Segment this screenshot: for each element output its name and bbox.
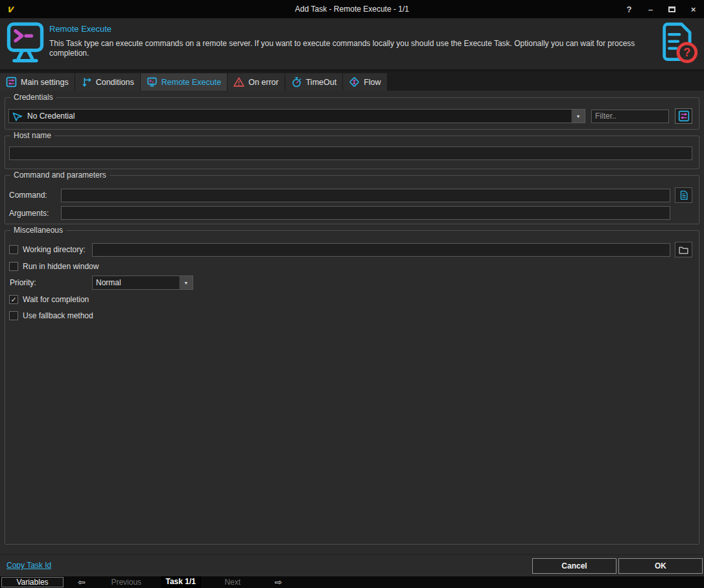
copy-task-id-link[interactable]: Copy Task Id xyxy=(6,561,51,570)
close-button[interactable]: × xyxy=(683,0,704,18)
previous-button[interactable]: Previous xyxy=(104,578,149,587)
variables-button[interactable]: Variables xyxy=(1,577,64,587)
priority-label: Priority: xyxy=(10,278,36,287)
task-header: Remote Execute This Task type can execut… xyxy=(0,18,704,71)
task-type-description: This Task type can execute commands on a… xyxy=(49,39,650,58)
browse-command-button[interactable] xyxy=(675,187,692,203)
tab-conditions[interactable]: Conditions xyxy=(75,73,141,91)
folder-icon xyxy=(678,244,689,255)
credential-pointer-icon xyxy=(12,110,23,122)
window-controls: ? – × xyxy=(618,0,704,18)
warning-triangle-icon xyxy=(233,76,244,88)
priority-dropdown-arrow[interactable]: ▼ xyxy=(179,276,193,289)
tab-label: Main settings xyxy=(21,78,69,87)
host-name-input[interactable] xyxy=(9,147,692,160)
credential-combobox[interactable]: No Credential ▼ xyxy=(8,109,585,123)
host-name-group-label: Host name xyxy=(10,131,54,140)
priority-dropdown[interactable]: Normal ▼ xyxy=(92,276,193,290)
visualcron-logo-icon: v xyxy=(7,4,14,14)
wait-for-completion-label: Wait for completion xyxy=(23,295,89,304)
dialog-footer: Copy Task Id Cancel OK xyxy=(0,554,704,576)
run-hidden-window-checkbox[interactable]: ✓ xyxy=(9,262,18,271)
command-label: Command: xyxy=(9,191,61,200)
sliders-icon xyxy=(6,76,17,88)
run-hidden-window-label: Run in hidden window xyxy=(23,262,99,271)
working-directory-input[interactable] xyxy=(92,243,670,257)
credential-selected-value: No Credential xyxy=(27,112,571,121)
priority-selected-value: Normal xyxy=(96,278,179,287)
minimize-button[interactable]: – xyxy=(640,0,661,18)
document-help-icon[interactable]: ? xyxy=(659,21,698,66)
tab-on-error[interactable]: On error xyxy=(228,73,285,91)
credentials-groupbox: Credentials No Credential ▼ xyxy=(5,97,699,130)
credential-filter-input[interactable] xyxy=(591,110,669,123)
status-bar: Variables ⇦ Previous Task 1/1 Next ⇨ xyxy=(0,576,704,588)
tab-strip: Main settings Conditions Remote Execute … xyxy=(0,71,704,91)
flow-diamond-icon xyxy=(349,76,360,88)
arguments-label: Arguments: xyxy=(9,209,61,218)
previous-arrow-icon[interactable]: ⇦ xyxy=(78,578,86,587)
remote-execute-monitor-icon xyxy=(5,22,45,67)
use-fallback-method-checkbox[interactable]: ✓ xyxy=(9,311,18,320)
wait-for-completion-checkbox[interactable]: ✓ xyxy=(9,295,18,304)
maximize-icon xyxy=(668,6,675,12)
arguments-input[interactable] xyxy=(61,206,670,220)
tab-label: TimeOut xyxy=(306,78,336,87)
tab-remote-execute[interactable]: Remote Execute xyxy=(141,73,228,91)
command-input[interactable] xyxy=(61,189,670,202)
ok-button[interactable]: OK xyxy=(618,558,703,574)
miscellaneous-group-label: Miscellaneous xyxy=(10,226,66,235)
credentials-group-label: Credentials xyxy=(10,93,56,102)
command-parameters-group-label: Command and parameters xyxy=(10,171,110,180)
miscellaneous-groupbox: Miscellaneous ✓ Working directory: ✓ Run… xyxy=(5,230,699,545)
working-directory-checkbox[interactable]: ✓ xyxy=(9,245,18,254)
tab-main-settings[interactable]: Main settings xyxy=(0,73,75,91)
cancel-button[interactable]: Cancel xyxy=(532,558,616,574)
next-arrow-icon[interactable]: ⇨ xyxy=(275,578,283,587)
script-file-icon xyxy=(679,190,689,200)
title-bar: v Add Task - Remote Execute - 1/1 ? – × xyxy=(0,0,704,18)
svg-text:?: ? xyxy=(683,46,690,59)
credential-settings-icon xyxy=(678,110,690,122)
remote-execute-panel: Credentials No Credential ▼ xyxy=(0,91,704,554)
browse-directory-button[interactable] xyxy=(675,242,692,257)
task-counter: Task 1/1 xyxy=(161,576,201,588)
credential-dropdown-arrow[interactable]: ▼ xyxy=(571,110,585,123)
task-type-title: Remote Execute xyxy=(49,24,650,34)
tab-label: Flow xyxy=(364,78,381,87)
branch-arrows-icon xyxy=(81,76,92,88)
tab-timeout[interactable]: TimeOut xyxy=(285,73,343,91)
window-title: Add Task - Remote Execute - 1/1 xyxy=(0,5,704,14)
tab-label: On error xyxy=(248,78,279,87)
monitor-terminal-icon xyxy=(147,76,158,88)
stopwatch-icon xyxy=(291,76,302,88)
tab-flow[interactable]: Flow xyxy=(343,73,387,91)
tab-label: Conditions xyxy=(96,78,134,87)
help-button[interactable]: ? xyxy=(618,0,640,18)
maximize-button[interactable] xyxy=(661,0,683,18)
command-parameters-groupbox: Command and parameters Command: Argument… xyxy=(5,175,699,224)
task-description-block: Remote Execute This Task type can execut… xyxy=(49,24,650,58)
use-fallback-method-label: Use fallback method xyxy=(23,311,93,320)
next-button[interactable]: Next xyxy=(210,578,255,587)
working-directory-label: Working directory: xyxy=(23,245,85,254)
tab-label: Remote Execute xyxy=(161,78,221,87)
host-name-groupbox: Host name xyxy=(5,135,699,169)
manage-credentials-button[interactable] xyxy=(675,108,692,124)
